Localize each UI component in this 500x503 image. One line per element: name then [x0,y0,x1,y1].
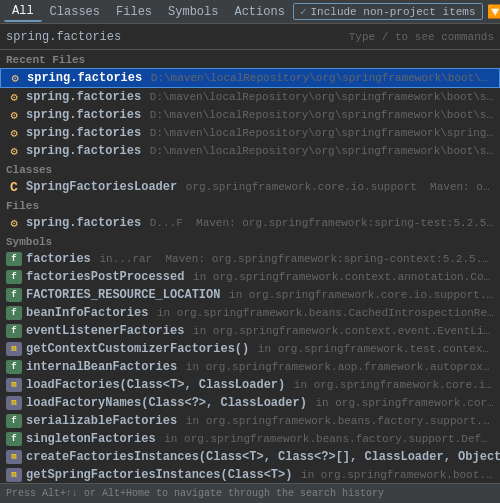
tab-classes[interactable]: Classes [42,3,108,21]
item-name: serializableFactories [26,414,177,428]
gear-icon: ⚙ [7,70,23,86]
item-path: in org.springframework.test.context.supp… [251,343,494,355]
item-name: beanInfoFactories [26,306,148,320]
search-hint: Type / to see commands [349,31,494,43]
item-path: D:\maven\localRepository\org\springframe… [143,127,494,139]
list-item[interactable]: f singletonFactories in org.springframew… [0,430,500,448]
item-name: spring.factories [27,71,142,85]
item-path: in...rar Maven: org.springframework:spri… [93,253,494,265]
item-path: org.springframework.core.io.support Mave… [179,181,494,193]
tab-symbols[interactable]: Symbols [160,3,226,21]
checkmark-icon: ✓ [300,5,307,18]
field-icon: f [6,324,22,338]
class-icon: C [6,179,22,195]
item-path: in org.springframework.context.annotatio… [186,271,494,283]
item-path: in org.springframework.beans.factory.sup… [179,415,494,427]
method-icon: m [6,468,22,482]
list-item[interactable]: f factoriesPostProcessed in org.springfr… [0,268,500,286]
list-item[interactable]: ⚙ spring.factories D:\maven\localReposit… [0,106,500,124]
item-name: spring.factories [26,144,141,158]
list-item[interactable]: f beanInfoFactories in org.springframewo… [0,304,500,322]
item-name: eventListenerFactories [26,324,184,338]
item-path: D:\maven\localRepository\org\springframe… [143,145,494,157]
item-path: in org.springframework.aop.framework.aut… [179,361,494,373]
field-icon: f [6,270,22,284]
list-item[interactable]: m createFactoriesInstances(Class<T>, Cla… [0,448,500,466]
item-name: spring.factories [26,108,141,122]
list-item[interactable]: m getContextCustomizerFactories() in org… [0,340,500,358]
item-name: getContextCustomizerFactories() [26,342,249,356]
item-name: factories [26,252,91,266]
item-name: SpringFactoriesLoader [26,180,177,194]
gear-icon: ⚙ [6,215,22,231]
list-item[interactable]: ⚙ spring.factories D:\maven\localReposit… [0,142,500,160]
list-item[interactable]: f eventListenerFactories in org.springfr… [0,322,500,340]
gear-icon: ⚙ [6,125,22,141]
item-path: D...F Maven: org.springframework:spring-… [143,217,494,229]
list-item[interactable]: f internalBeanFactories in org.springfra… [0,358,500,376]
method-icon: m [6,450,22,464]
item-name: internalBeanFactories [26,360,177,374]
section-classes: Classes [0,160,500,178]
field-icon: f [6,288,22,302]
list-item[interactable]: ⚙ spring.factories D:\maven\localReposit… [0,124,500,142]
item-path: in org.springframework.core.io.support.S… [309,397,494,409]
tab-files[interactable]: Files [108,3,160,21]
gear-icon: ⚙ [6,107,22,123]
search-bar: Type / to see commands [0,24,500,50]
search-input[interactable] [6,30,341,44]
list-item[interactable]: m loadFactoryNames(Class<?>, ClassLoader… [0,394,500,412]
item-name: spring.factories [26,216,141,230]
gear-icon: ⚙ [6,143,22,159]
list-item[interactable]: f FACTORIES_RESOURCE_LOCATION in org.spr… [0,286,500,304]
gear-icon: ⚙ [6,89,22,105]
top-nav: All Classes Files Symbols Actions ✓ Incl… [0,0,500,24]
list-item[interactable]: ⚙ spring.factories D:\maven\localReposit… [0,68,500,88]
item-name: loadFactoryNames(Class<?>, ClassLoader) [26,396,307,410]
list-item[interactable]: m loadFactories(Class<T>, ClassLoader) i… [0,376,500,394]
item-path: in org.springframework.core.io.support.S… [222,289,494,301]
item-path: D:\maven\localRepository\org\springframe… [143,109,494,121]
list-item[interactable]: ⚙ spring.factories D...F Maven: org.spri… [0,214,500,232]
tab-all[interactable]: All [4,2,42,22]
item-path: in org.springframework.core.io.support.S… [287,379,494,391]
field-icon: f [6,252,22,266]
item-name: singletonFactories [26,432,156,446]
field-icon: f [6,306,22,320]
item-name: getSpringFactoriesInstances(Class<T>) [26,468,292,482]
item-name: spring.factories [26,126,141,140]
list-item[interactable]: f serializableFactories in org.springfra… [0,412,500,430]
filter-icon[interactable]: 🔽 [487,4,500,20]
section-recent-files: Recent Files [0,50,500,68]
footer-text: Press Alt+↑↓ or Alt+Home to navigate thr… [6,488,384,499]
list-item[interactable]: C SpringFactoriesLoader org.springframew… [0,178,500,196]
item-path: D:\maven\localRepository\org\springframe… [143,91,494,103]
list-item[interactable]: m getSpringFactoriesInstances(Class<T>) … [0,466,500,483]
tab-actions[interactable]: Actions [226,3,292,21]
field-icon: f [6,432,22,446]
include-non-project-checkbox-area[interactable]: ✓ Include non-project items [293,3,483,20]
field-icon: f [6,360,22,374]
item-name: createFactoriesInstances(Class<T>, Class… [26,450,500,464]
checkbox-label: Include non-project items [311,6,476,18]
section-files: Files [0,196,500,214]
method-icon: m [6,378,22,392]
item-name: loadFactories(Class<T>, ClassLoader) [26,378,285,392]
footer: Press Alt+↑↓ or Alt+Home to navigate thr… [0,483,500,503]
results-content: Recent Files ⚙ spring.factories D:\maven… [0,50,500,483]
method-icon: m [6,396,22,410]
field-icon: f [6,414,22,428]
list-item[interactable]: f factories in...rar Maven: org.springfr… [0,250,500,268]
item-name: spring.factories [26,90,141,104]
item-path: in org.springframework.beans.CachedIntro… [150,307,494,319]
item-path: in org.springframework.beans.factory.sup… [158,433,494,445]
list-item[interactable]: ⚙ spring.factories D:\maven\localReposit… [0,88,500,106]
item-path: in org.springframework.boot.SpringApplic… [294,469,494,481]
item-path: D:\maven\localRepository\org\springframe… [144,72,493,84]
item-path: in org.springframework.context.event.Eve… [186,325,494,337]
section-symbols: Symbols [0,232,500,250]
method-icon: m [6,342,22,356]
item-name: FACTORIES_RESOURCE_LOCATION [26,288,220,302]
item-name: factoriesPostProcessed [26,270,184,284]
